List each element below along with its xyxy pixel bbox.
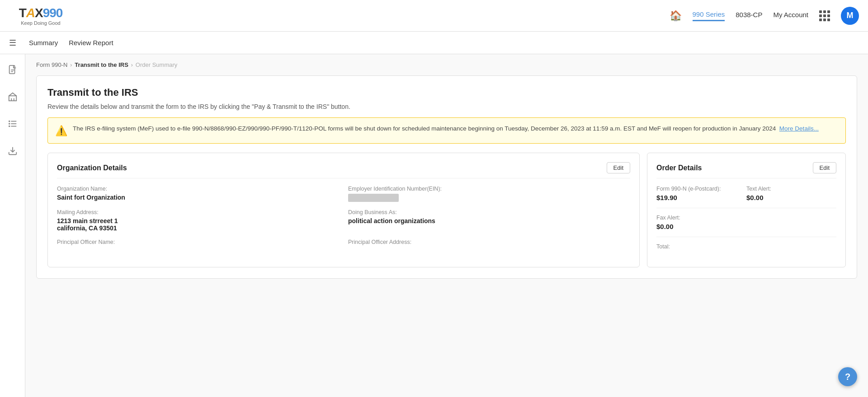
sidebar-icon-building[interactable] [5,89,21,105]
principal-name-group: Principal Officer Name: [57,239,339,247]
breadcrumb-order: Order Summary [136,61,177,68]
org-card-title: Organization Details [57,164,127,172]
logo-tax: T [19,6,26,20]
fax-spacer [746,215,836,230]
org-name-group: Organization Name: Saint fort Organizati… [57,186,339,202]
principal-address-label: Principal Officer Address: [348,239,630,245]
menu-icon[interactable]: ☰ [9,38,16,48]
sidebar [0,54,25,397]
more-details-link[interactable]: More Details... [779,125,819,132]
breadcrumb-transmit: Transmit to the IRS [75,61,128,68]
dba-label: Doing Business As: [348,209,630,215]
ein-group: Employer Identification Number(EIN): ▓▓▓… [348,186,630,202]
svg-rect-3 [9,96,16,101]
transmit-card: Transmit to the IRS Review the details b… [36,75,857,279]
nav-990-series[interactable]: 990 Series [693,10,725,21]
main-content: Form 990-N › Transmit to the IRS › Order… [25,54,868,397]
svg-point-11 [9,126,9,127]
logo-text: TAX990 [19,6,63,20]
fax-alert-value: $0.00 [656,223,746,230]
total-row: Total: [656,243,836,258]
order-details-card: Order Details Edit Form 990-N (e-Postcar… [647,153,846,267]
address-line1: 1213 main strreeet 1 [57,217,339,224]
address-row: Mailing Address: 1213 main strreeet 1 ca… [57,209,630,232]
form-price-col: Form 990-N (e-Postcard): $19.90 [656,186,746,201]
principal-address-group: Principal Officer Address: [348,239,630,247]
address-group: Mailing Address: 1213 main strreeet 1 ca… [57,209,339,232]
help-button[interactable]: ? [838,367,857,386]
order-card-header: Order Details Edit [656,162,836,178]
page-subtitle: Review the details below and transmit th… [47,103,846,110]
home-icon[interactable]: 🏠 [670,10,682,22]
principal-name-label: Principal Officer Name: [57,239,339,245]
org-name-value: Saint fort Organization [57,194,339,201]
breadcrumb: Form 990-N › Transmit to the IRS › Order… [36,61,857,68]
org-name-row: Organization Name: Saint fort Organizati… [57,186,630,202]
warning-banner: ⚠️ The IRS e-filing system (MeF) used to… [47,117,846,144]
warning-text: The IRS e-filing system (MeF) used to e-… [73,124,838,133]
text-alert-col: Text Alert: $0.00 [746,186,836,201]
org-details-card: Organization Details Edit Organization N… [47,153,640,267]
logo-990: 990 [43,6,63,20]
dba-value: political action organizations [348,217,630,224]
logo-a: A [26,6,35,20]
form-price-label: Form 990-N (e-Postcard): [656,186,746,192]
details-row: Organization Details Edit Organization N… [47,153,846,267]
logo[interactable]: TAX990 Keep Doing Good [9,6,72,26]
ein-value: ▓▓▓ ▓▓ ▓▓▓▓ [348,194,399,202]
fax-alert-row: Fax Alert: $0.00 [656,215,836,237]
chevron-icon: › [70,62,72,68]
principal-row: Principal Officer Name: Principal Office… [57,239,630,247]
total-col: Total: [656,243,836,252]
text-alert-label: Text Alert: [746,186,836,192]
top-navigation: TAX990 Keep Doing Good 🏠 990 Series 8038… [0,0,868,32]
grid-icon[interactable] [819,10,830,21]
review-report-link[interactable]: Review Report [65,39,117,47]
page-title: Transmit to the IRS [47,87,846,98]
order-card-title: Order Details [656,164,702,172]
nav-right: 🏠 990 Series 8038-CP My Account M [670,7,859,25]
total-label: Total: [656,243,836,250]
form-price-row: Form 990-N (e-Postcard): $19.90 Text Ale… [656,186,836,208]
org-name-label: Organization Name: [57,186,339,192]
breadcrumb-form[interactable]: Form 990-N [36,61,67,68]
chevron-icon-2: › [131,62,133,68]
sidebar-icon-document[interactable] [5,61,21,78]
form-price-value: $19.90 [656,194,746,201]
address-line2: california, CA 93501 [57,224,339,232]
summary-link[interactable]: Summary [25,39,61,47]
nav-my-account[interactable]: My Account [773,11,808,20]
order-edit-button[interactable]: Edit [813,162,836,173]
warning-icon: ⚠️ [55,125,67,137]
logo-x: X [35,6,43,20]
text-alert-value: $0.00 [746,194,836,201]
address-label: Mailing Address: [57,209,339,215]
fax-alert-col: Fax Alert: $0.00 [656,215,746,230]
svg-point-10 [9,123,9,124]
org-card-header: Organization Details Edit [57,162,630,178]
sub-navigation: ☰ Summary Review Report [0,32,868,54]
logo-tagline: Keep Doing Good [21,20,60,26]
svg-point-9 [9,121,9,122]
org-edit-button[interactable]: Edit [607,162,630,173]
nav-8038cp[interactable]: 8038-CP [736,11,762,20]
dba-group: Doing Business As: political action orga… [348,209,630,232]
page-layout: Form 990-N › Transmit to the IRS › Order… [0,54,868,397]
ein-label: Employer Identification Number(EIN): [348,186,630,192]
fax-alert-label: Fax Alert: [656,215,746,221]
user-avatar[interactable]: M [841,7,859,25]
sidebar-icon-list[interactable] [5,116,21,132]
sidebar-icon-download[interactable] [5,143,21,159]
